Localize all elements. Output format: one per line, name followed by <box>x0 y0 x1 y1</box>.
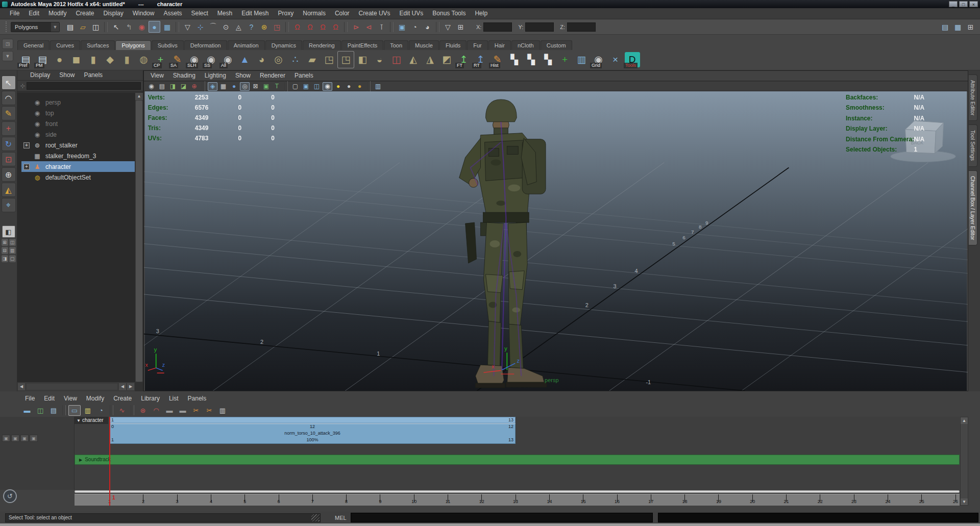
menu-item[interactable]: Color <box>330 8 354 19</box>
timeline-tick[interactable]: 9 <box>374 494 385 506</box>
outliner-item[interactable]: ◍ defaultObjectSet <box>17 172 135 183</box>
select-leaf-icon[interactable]: ↰ <box>123 21 135 33</box>
shelf-tab[interactable]: Fur <box>467 40 488 50</box>
timeline-tick[interactable]: 17 <box>645 494 656 506</box>
menu-item[interactable]: Create UVs <box>354 8 395 19</box>
shelf-poly-cone[interactable]: ◍ <box>135 51 152 68</box>
shelf-tab[interactable]: Polygons <box>115 40 151 50</box>
2d-pan-zoom-icon[interactable]: ⊕ <box>189 82 199 91</box>
shelf-tab[interactable]: Animation <box>228 40 265 50</box>
viewport-icon[interactable] <box>284 81 288 91</box>
menu-item[interactable]: Window <box>128 8 159 19</box>
layout-hypergraph[interactable]: ▢ <box>9 255 16 262</box>
shelf-uv-checker-2[interactable]: ▚ <box>523 51 540 68</box>
viewport-icon[interactable] <box>367 81 371 91</box>
shelf-tab[interactable]: Fluids <box>439 40 467 50</box>
expand-toggle-icon[interactable]: + <box>23 142 30 148</box>
outliner-item[interactable]: + ♟ character <box>17 161 135 172</box>
default-lighting-icon[interactable]: ● <box>355 82 364 91</box>
trax-menu-item[interactable]: File <box>20 393 39 404</box>
shelf-tab[interactable]: Subdivs <box>152 40 184 50</box>
snap-to-grid-icon[interactable]: Ω <box>291 21 303 33</box>
select-tool[interactable]: ↖ <box>2 76 16 90</box>
shelf-revolve[interactable]: ▲ <box>236 51 253 68</box>
shelf-uv-editor[interactable]: ▥ <box>573 51 590 68</box>
shelf-smooth-all[interactable]: ◉ All <box>219 51 236 68</box>
scale-tool[interactable]: ⊡ <box>2 152 16 166</box>
new-scene-icon[interactable]: ▤ <box>64 21 76 33</box>
shelf-uv-checker-1[interactable]: ▚ <box>506 51 523 68</box>
viewport-menu-item[interactable]: Panels <box>290 70 318 81</box>
y-coordinate-input[interactable] <box>525 22 554 32</box>
outliner-search-input[interactable] <box>27 82 141 90</box>
split-clip-icon[interactable]: ✂ <box>190 405 202 416</box>
select-by-object-icon[interactable]: ● <box>149 21 160 33</box>
shelf-tab[interactable]: nCloth <box>511 40 540 50</box>
timeline-tick[interactable]: 13 <box>510 494 521 506</box>
trax-vertical-scrollbar[interactable]: ▲ ▼ <box>960 417 968 506</box>
shelf-fold[interactable]: ◭ <box>405 51 422 68</box>
shelf-tab[interactable]: General <box>17 40 50 50</box>
shelf-unfold[interactable]: ◮ <box>422 51 438 68</box>
show-manipulator-panel-icon[interactable]: ▤ <box>939 21 951 33</box>
trax-menu-item[interactable]: Library <box>136 393 164 404</box>
z-coordinate-input[interactable] <box>567 22 596 32</box>
timeline-tick[interactable]: 10 <box>408 494 420 506</box>
outliner-menu-item[interactable]: Show <box>55 70 79 81</box>
save-scene-icon[interactable]: ◫ <box>90 21 102 33</box>
snap-to-viewplane-icon[interactable]: Ω <box>330 21 341 33</box>
expand-toggle-icon[interactable]: + <box>23 164 30 170</box>
lock-selection-icon[interactable]: ⊛ <box>258 21 270 33</box>
minimize-button[interactable]: _ <box>949 1 958 7</box>
expand-triangle-icon[interactable]: ▶ <box>79 458 82 462</box>
timeline-tick[interactable]: 8 <box>340 494 352 506</box>
timeline-tick[interactable]: 20 <box>747 494 758 506</box>
collapse-triangle-icon[interactable]: ▼ <box>77 418 81 423</box>
selection-mask-icon[interactable]: ⊹ <box>194 21 206 33</box>
menu-item[interactable]: Edit UVs <box>395 8 428 19</box>
shaded-display-icon[interactable]: ● <box>229 82 239 91</box>
layout-outliner-persp[interactable]: ◨ <box>2 255 8 262</box>
textured-mode-icon[interactable]: ◉ <box>323 82 332 91</box>
menu-item[interactable]: Select <box>186 8 212 19</box>
round-tool-button[interactable]: ↺ <box>3 489 17 503</box>
timeline-tick[interactable]: 15 <box>577 494 589 506</box>
track-control-icon[interactable]: ▣ <box>2 435 10 442</box>
timeline-tick[interactable]: 25 <box>916 494 927 506</box>
shelf-preferences[interactable]: ▤ Pref <box>17 51 34 68</box>
scroll-right-icon[interactable]: ▶ <box>127 383 134 390</box>
layout-two-pane-side[interactable]: ◫ <box>9 239 16 246</box>
shelf-duplicate-face[interactable]: ▰ <box>304 51 321 68</box>
gate-mask-icon[interactable]: ⊠ <box>251 82 260 91</box>
scroll-up-icon[interactable]: ▲ <box>135 93 143 100</box>
shelf-tab[interactable]: Dynamics <box>265 40 302 50</box>
dock-tab[interactable]: Channel Box / Layer Editor <box>969 170 977 246</box>
shelf-tab[interactable]: Deformation <box>184 40 227 50</box>
shelf-joint-chain[interactable]: × <box>607 51 624 68</box>
anim-curve-icon[interactable]: ◠ <box>150 405 162 416</box>
move-tool[interactable]: + <box>2 121 16 136</box>
trax-horizontal-scrollbar[interactable] <box>75 490 960 493</box>
trax-timeline-ruler[interactable]: 1 2 3 4 5 6 <box>75 494 960 506</box>
close-button[interactable]: × <box>969 1 978 7</box>
shelf-smooth-low[interactable]: ◉ SLH <box>186 51 203 68</box>
trax-toolbar-icon[interactable] <box>62 405 66 415</box>
scroll-thumb[interactable] <box>136 101 142 382</box>
timeline-tick[interactable]: 19 <box>713 494 724 506</box>
shelf-tab[interactable]: Rendering <box>303 40 341 50</box>
film-gate-icon[interactable]: ▦ <box>218 82 228 91</box>
timeline-tick[interactable]: 22 <box>814 494 825 506</box>
soundtrack-track[interactable]: ▶Soundtrack <box>75 455 960 465</box>
paint-effects-icon[interactable]: ⊞ <box>455 21 467 33</box>
viewport-menu-item[interactable]: Shading <box>168 70 200 81</box>
menu-item[interactable]: Assets <box>159 8 186 19</box>
shelf-make-grid[interactable]: ◉ Grid <box>590 51 607 68</box>
shelf-menu-button[interactable]: ▼ <box>2 51 13 61</box>
shelf-poly-cylinder[interactable]: ▮ <box>85 51 102 68</box>
hotbox-icon[interactable]: ⊞ <box>965 21 976 33</box>
shelf-poly-plane[interactable]: ◆ <box>102 51 118 68</box>
outliner-item[interactable]: ◉ top <box>17 108 135 118</box>
shelf-uv-checker-3[interactable]: ▚ <box>540 51 556 68</box>
texture-view-icon[interactable]: T <box>272 82 282 91</box>
hud-toggle-icon[interactable]: ▣ <box>261 82 271 91</box>
